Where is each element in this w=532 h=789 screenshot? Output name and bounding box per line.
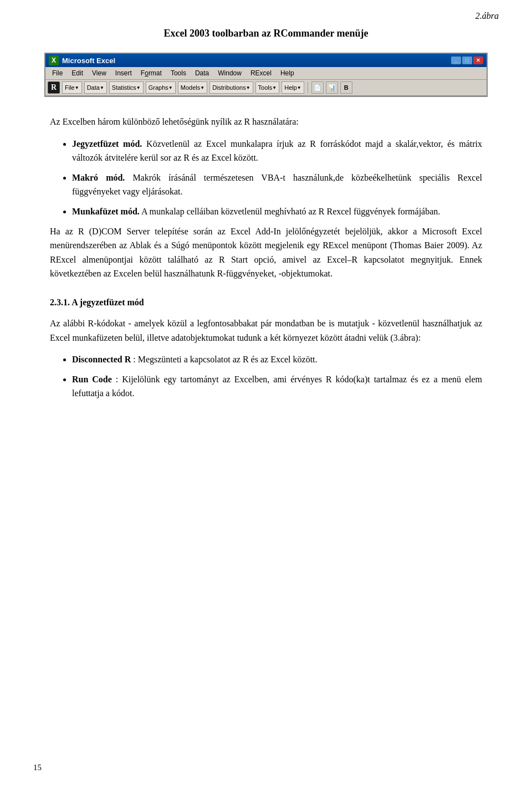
section-bullet-term-2: Run Code (72, 375, 112, 384)
section-bullet-item-1: Disconnected R : Megszünteti a kapcsolat… (72, 352, 482, 367)
r-toolbar-icon: R (48, 81, 60, 94)
toolbar-graphs-dropdown[interactable]: Graphs (146, 81, 176, 94)
section-heading: 2.3.1. A jegyzetfüzet mód (50, 298, 482, 308)
page-title: Excel 2003 toolbarban az RCommander menü… (44, 28, 488, 39)
bullet-list-main: Jegyzetfüzet mód. Közvetlenül az Excel m… (72, 137, 482, 219)
toolbar-separator-1 (308, 82, 308, 93)
section-bullet-text-2: Kijelölünk egy tartományt az Excelben, a… (72, 375, 482, 398)
toolbar-icon-btn-1[interactable]: 📄 (311, 81, 324, 94)
toolbar-help-dropdown[interactable]: Help (282, 81, 304, 94)
main-paragraph: Ha az R (D)COM Server telepítése során a… (50, 224, 482, 281)
menu-window[interactable]: Window (213, 68, 246, 78)
bullet-list-section: Disconnected R : Megszünteti a kapcsolat… (72, 352, 482, 401)
bullet-term-2: Makró mód. (72, 173, 125, 182)
excel-title-text: Microsoft Excel (62, 57, 115, 65)
menu-file[interactable]: File (48, 68, 67, 78)
excel-window: X Microsoft Excel _ □ ✕ File Edit View I… (44, 53, 488, 97)
excel-title-bar: X Microsoft Excel _ □ ✕ (45, 54, 487, 67)
intro-text: Az Excelben három különböző lehetőségünk… (50, 115, 482, 129)
section-bullet-term-1: Disconnected R (72, 355, 131, 364)
section-title: A jegyzetfüzet mód (71, 298, 144, 307)
section-bullet-text-1: Megszünteti a kapcsolatot az R és az Exc… (138, 355, 318, 364)
bullet-term-3: Munkafüzet mód. (72, 207, 140, 216)
toolbar-tools-dropdown[interactable]: Tools (255, 81, 280, 94)
figure-number: 2.ábra (475, 11, 499, 21)
toolbar-distributions-dropdown[interactable]: Distributions (209, 81, 253, 94)
bullet-text-2: Makrók írásánál természetesen VBA-t hasz… (72, 173, 482, 197)
excel-menu-bar: File Edit View Insert Format Tools Data … (45, 67, 487, 80)
content-area: Az Excelben három különböző lehetőségünk… (44, 115, 488, 401)
toolbar-file-dropdown[interactable]: File (62, 81, 82, 94)
menu-format[interactable]: Format (136, 68, 166, 78)
bullet-item-2: Makró mód. Makrók írásánál természetesen… (72, 171, 482, 199)
toolbar-data-dropdown[interactable]: Data (84, 81, 107, 94)
section-bullet-item-2: Run Code : Kijelölünk egy tartományt az … (72, 372, 482, 401)
menu-insert[interactable]: Insert (111, 68, 136, 78)
toolbar-icon-btn-2[interactable]: 📊 (326, 81, 338, 94)
section-paragraph: Az alábbi R-kódokat - amelyek közül a le… (50, 316, 482, 345)
page-container: 2.ábra Excel 2003 toolbarban az RCommand… (0, 0, 532, 789)
section-bullet-sep-2: : (116, 375, 122, 384)
excel-window-controls[interactable]: _ □ ✕ (451, 57, 483, 64)
menu-view[interactable]: View (88, 68, 111, 78)
maximize-button[interactable]: □ (462, 57, 472, 64)
menu-rexcel[interactable]: RExcel (246, 68, 276, 78)
excel-app-icon: X (49, 55, 59, 65)
menu-tools[interactable]: Tools (166, 68, 191, 78)
bullet-item-3: Munkafüzet mód. A munkalap celláiban köz… (72, 204, 482, 219)
toolbar-models-dropdown[interactable]: Models (178, 81, 207, 94)
section-number: 2.3.1. (50, 298, 70, 307)
page-number: 15 (33, 763, 42, 772)
menu-edit[interactable]: Edit (67, 68, 88, 78)
rcommander-toolbar: R File Data Statistics Graphs Models Dis… (45, 80, 487, 96)
close-button[interactable]: ✕ (473, 57, 483, 64)
bullet-item-1: Jegyzetfüzet mód. Közvetlenül az Excel m… (72, 137, 482, 165)
excel-title-left: X Microsoft Excel (49, 55, 115, 65)
toolbar-icon-btn-bold[interactable]: B (340, 81, 352, 94)
minimize-button[interactable]: _ (451, 57, 461, 64)
bullet-text-3: A munkalap celláiban közvetlenül meghívh… (141, 207, 440, 216)
menu-help[interactable]: Help (276, 68, 299, 78)
bullet-term-1: Jegyzetfüzet mód. (72, 139, 142, 148)
section-bullet-sep-1: : (133, 355, 137, 364)
menu-data[interactable]: Data (191, 68, 213, 78)
toolbar-statistics-dropdown[interactable]: Statistics (109, 81, 144, 94)
